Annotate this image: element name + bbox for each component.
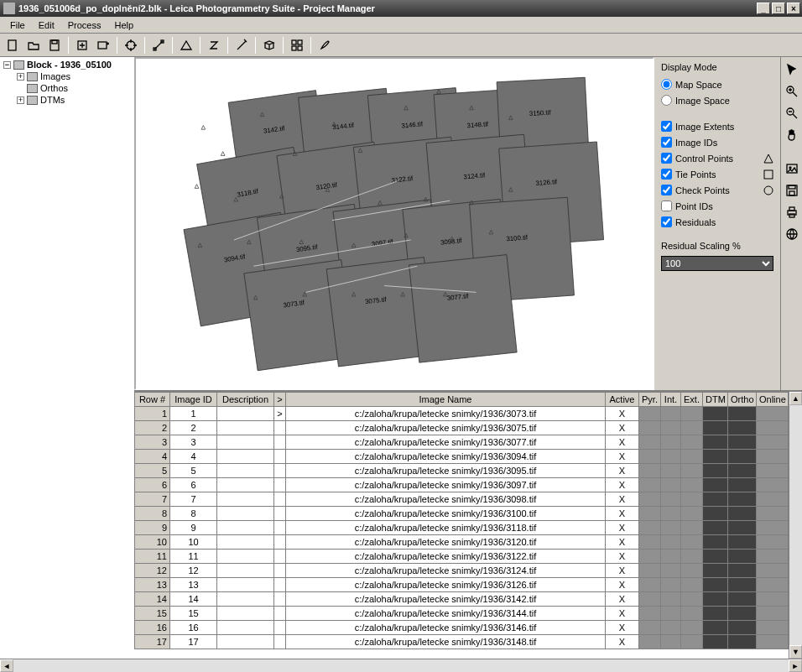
cell-image-id[interactable]: 3 — [170, 435, 217, 450]
cell-description[interactable] — [217, 607, 274, 621]
cell-dtm[interactable] — [703, 535, 728, 550]
cell-online[interactable] — [757, 492, 789, 507]
cell-chev[interactable] — [274, 435, 286, 450]
cell-chev[interactable] — [274, 578, 286, 592]
cell-ortho[interactable] — [728, 421, 757, 435]
cell-chev[interactable] — [274, 492, 286, 507]
cell-ext[interactable] — [681, 435, 703, 450]
check-residuals[interactable]: Residuals — [661, 216, 773, 227]
table-vscrollbar[interactable]: ▲ ▼ — [789, 392, 802, 659]
cell-active[interactable]: X — [606, 492, 639, 507]
cell-active[interactable]: X — [606, 564, 639, 578]
cell-ortho[interactable] — [728, 578, 757, 592]
cell-chev[interactable] — [274, 464, 286, 478]
pan-icon[interactable] — [783, 126, 801, 144]
cell-online[interactable] — [757, 592, 789, 607]
cell-image-id[interactable]: 10 — [170, 535, 217, 550]
cell-chev[interactable] — [274, 564, 286, 578]
cell-description[interactable] — [217, 407, 274, 421]
cell-dtm[interactable] — [703, 607, 728, 621]
cell-image-id[interactable]: 13 — [170, 578, 217, 592]
col-ext[interactable]: Ext. — [681, 393, 703, 407]
cell-image-id[interactable]: 17 — [170, 635, 217, 649]
table-row[interactable]: 1313c:/zaloha/krupa/letecke snimky/1936/… — [135, 578, 789, 592]
cell-image-name[interactable]: c:/zaloha/krupa/letecke snimky/1936/3075… — [286, 421, 606, 435]
cell-ext[interactable] — [681, 635, 703, 649]
cell-active[interactable]: X — [606, 621, 639, 635]
cell-online[interactable] — [757, 621, 789, 635]
cell-ortho[interactable] — [728, 464, 757, 478]
cell-image-id[interactable]: 6 — [170, 478, 217, 492]
scroll-up-icon[interactable]: ▲ — [789, 392, 802, 405]
cell-ext[interactable] — [681, 607, 703, 621]
cell-ext[interactable] — [681, 592, 703, 607]
cell-description[interactable] — [217, 464, 274, 478]
cell-online[interactable] — [757, 478, 789, 492]
cell-int[interactable] — [661, 607, 681, 621]
cell-dtm[interactable] — [703, 421, 728, 435]
cell-active[interactable]: X — [606, 635, 639, 649]
cell-int[interactable] — [661, 407, 681, 421]
measure-icon[interactable] — [149, 36, 168, 55]
cell-ext[interactable] — [681, 550, 703, 564]
cell-description[interactable] — [217, 564, 274, 578]
cell-dtm[interactable] — [703, 564, 728, 578]
menu-file[interactable]: File — [3, 18, 32, 32]
col-description[interactable]: Description — [217, 393, 274, 407]
table-row[interactable]: 11>c:/zaloha/krupa/letecke snimky/1936/3… — [135, 407, 789, 421]
cell-pyr[interactable] — [639, 592, 661, 607]
cell-description[interactable] — [217, 621, 274, 635]
table-row[interactable]: 88c:/zaloha/krupa/letecke snimky/1936/31… — [135, 507, 789, 521]
cell-pyr[interactable] — [639, 635, 661, 649]
cell-ortho[interactable] — [728, 550, 757, 564]
cell-int[interactable] — [661, 450, 681, 464]
cell-int[interactable] — [661, 435, 681, 450]
cell-image-id[interactable]: 14 — [170, 592, 217, 607]
cell-int[interactable] — [661, 535, 681, 550]
cell-chev[interactable] — [274, 621, 286, 635]
table-row[interactable]: 99c:/zaloha/krupa/letecke snimky/1936/31… — [135, 521, 789, 535]
cell-pyr[interactable] — [639, 607, 661, 621]
cell-image-name[interactable]: c:/zaloha/krupa/letecke snimky/1936/3094… — [286, 450, 606, 464]
table-row[interactable]: 1212c:/zaloha/krupa/letecke snimky/1936/… — [135, 564, 789, 578]
cell-pyr[interactable] — [639, 535, 661, 550]
cell-dtm[interactable] — [703, 521, 728, 535]
add-image-icon[interactable] — [94, 36, 112, 55]
cell-ext[interactable] — [681, 478, 703, 492]
check-point-ids[interactable]: Point IDs — [661, 201, 773, 211]
cell-ext[interactable] — [681, 464, 703, 478]
cell-image-name[interactable]: c:/zaloha/krupa/letecke snimky/1936/3148… — [286, 635, 606, 649]
cell-ext[interactable] — [681, 578, 703, 592]
save-icon[interactable] — [45, 36, 64, 55]
cell-ortho[interactable] — [728, 478, 757, 492]
add-frame-icon[interactable] — [73, 36, 91, 55]
cell-dtm[interactable] — [703, 478, 728, 492]
cell-image-id[interactable]: 5 — [170, 464, 217, 478]
zoom-in-icon[interactable] — [783, 82, 801, 101]
table-row[interactable]: 77c:/zaloha/krupa/letecke snimky/1936/30… — [135, 492, 789, 507]
cell-int[interactable] — [661, 635, 681, 649]
maximize-button[interactable]: □ — [772, 3, 785, 14]
cell-online[interactable] — [757, 564, 789, 578]
cell-online[interactable] — [757, 521, 789, 535]
cell-dtm[interactable] — [703, 435, 728, 450]
triangle-icon[interactable] — [177, 36, 195, 55]
col-active[interactable]: Active — [606, 393, 639, 407]
cell-pyr[interactable] — [639, 407, 661, 421]
cell-chev[interactable]: > — [274, 407, 286, 421]
cell-ext[interactable] — [681, 492, 703, 507]
cell-chev[interactable] — [274, 450, 286, 464]
cell-ext[interactable] — [681, 621, 703, 635]
radio-image-space[interactable]: Image Space — [661, 95, 773, 106]
cell-online[interactable] — [757, 450, 789, 464]
view-image-icon[interactable] — [783, 159, 801, 178]
cell-image-id[interactable]: 15 — [170, 607, 217, 621]
cell-image-name[interactable]: c:/zaloha/krupa/letecke snimky/1936/3098… — [286, 492, 606, 507]
cell-online[interactable] — [757, 421, 789, 435]
image-table[interactable]: Row # Image ID Description > Image Name … — [134, 392, 789, 659]
cell-active[interactable]: X — [606, 578, 639, 592]
col-image-id[interactable]: Image ID — [170, 393, 217, 407]
cell-ortho[interactable] — [728, 592, 757, 607]
cell-ext[interactable] — [681, 521, 703, 535]
cell-description[interactable] — [217, 635, 274, 649]
